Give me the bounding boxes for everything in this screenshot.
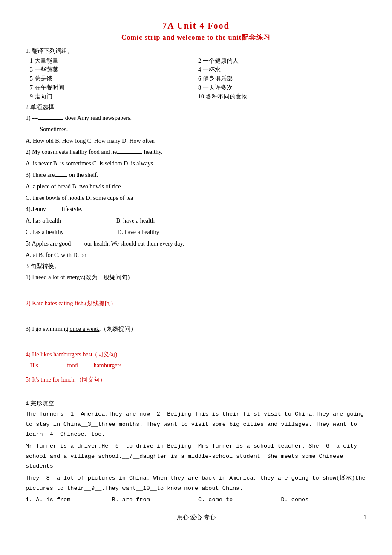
q2-3-opt2: C. three bowls of noodle D. some cups of… xyxy=(26,193,366,203)
q3-5: 5) It's time for lunch.（同义句） xyxy=(26,374,366,396)
q3-4: 4) He likes hamburgers best. (同义句) His f… xyxy=(26,349,366,370)
sub-title: Comic strip and welcome to the unit配套练习 xyxy=(26,33,366,42)
vocab-8: 8 一天许多次 xyxy=(198,84,366,92)
q2-3: 3) There are on the shelf. A. a piece of… xyxy=(26,170,366,203)
q3-3-blank xyxy=(26,335,366,346)
q3-5-blank xyxy=(26,386,366,396)
vocab-2: 2 一个健康的人 xyxy=(198,57,366,65)
section4-p3: They__8__a lot of pictures in China. Whe… xyxy=(26,473,366,493)
section4-p2: Mr Turner is a driver.He__5__to drive in… xyxy=(26,441,366,471)
q2-5-options: A. at B. for C. with D. on xyxy=(26,250,366,260)
q2-3-opt1: A. a piece of bread B. two bowls of rice xyxy=(26,182,366,192)
vocab-10: 10 各种不同的食物 xyxy=(198,92,366,101)
section4-p4: 1. A. is from B. are from C. come to D. … xyxy=(26,495,366,505)
q2-2-text: 2) My cousin eats healthy food and he he… xyxy=(26,147,366,157)
q2-4-opt1: A. has a health B. have a health xyxy=(26,216,366,226)
q3-1-text: 1) I need a lot of energy.(改为一般疑问句) xyxy=(26,272,366,283)
q3-1: 1) I need a lot of energy.(改为一般疑问句) xyxy=(26,272,366,294)
q2-2-options: A. is never B. is sometimes C. is seldom… xyxy=(26,159,366,169)
section4-body: The Turners__1__America.They are now__2_… xyxy=(26,409,366,505)
footer-text: 用心 爱心 专心 xyxy=(177,514,216,521)
q2-1-answer-hint: --- Sometimes. xyxy=(32,124,366,135)
q3-3-text: 3) I go swimming once a week,（划线提问） xyxy=(26,324,366,334)
vocab-6: 6 健身俱乐部 xyxy=(198,75,366,83)
footer: 用心 爱心 专心 1 xyxy=(26,514,366,521)
section2-heading: 2 单项选择 xyxy=(26,104,366,111)
q2-5: 5) Apples are good ____our health. We sh… xyxy=(26,239,366,260)
section1-heading: 1. 翻译下列词组。 xyxy=(26,47,366,55)
q2-3-text: 3) There are on the shelf. xyxy=(26,170,366,180)
q2-1-text: 1) --- does Amy read newspapers. xyxy=(26,113,366,123)
vocab-9: 9 走向门 xyxy=(30,92,198,101)
q2-4-text: 4).Jenny lifestyle. xyxy=(26,204,366,214)
q2-1-options: A. How old B. How long C. How many D. Ho… xyxy=(26,136,366,146)
section4-p1: The Turners__1__America.They are now__2_… xyxy=(26,409,366,439)
q3-4-sub: His food hamburgers. xyxy=(26,360,366,371)
top-divider xyxy=(26,13,366,13)
q2-5-text: 5) Apples are good ____our health. We sh… xyxy=(26,239,366,249)
vocab-7: 7 在午餐时间 xyxy=(30,84,198,92)
q2-4: 4).Jenny lifestyle. A. has a health B. h… xyxy=(26,204,366,237)
q2-1: 1) --- does Amy read newspapers. --- Som… xyxy=(26,113,366,146)
q3-2-blank xyxy=(26,309,366,320)
q3-4-text: 4) He likes hamburgers best. (同义句) xyxy=(26,349,366,360)
q2-4-opt2: C. has a healthy D. have a healthy xyxy=(26,227,366,237)
section3-heading: 3 句型转换。 xyxy=(26,263,366,270)
vocab-grid: 1 大量能量 2 一个健康的人 3 一些蔬菜 4 一杯水 5 总是饿 6 健身俱… xyxy=(30,57,366,101)
vocab-4: 4 一杯水 xyxy=(198,66,366,74)
vocab-5: 5 总是饿 xyxy=(30,75,198,83)
q3-2-text: 2) Kate hates eating fish.(划线提问) xyxy=(26,298,366,309)
footer-page: 1 xyxy=(363,514,366,521)
main-title: 7A Unit 4 Food xyxy=(26,21,366,31)
vocab-1: 1 大量能量 xyxy=(30,57,198,65)
q3-1-blank xyxy=(26,284,366,295)
q2-2: 2) My cousin eats healthy food and he he… xyxy=(26,147,366,169)
q3-5-text: 5) It's time for lunch.（同义句） xyxy=(26,374,366,385)
section4-heading: 4 完形填空 xyxy=(26,400,366,408)
q3-3: 3) I go swimming once a week,（划线提问） xyxy=(26,324,366,346)
vocab-3: 3 一些蔬菜 xyxy=(30,66,198,74)
q3-2: 2) Kate hates eating fish.(划线提问) xyxy=(26,298,366,320)
